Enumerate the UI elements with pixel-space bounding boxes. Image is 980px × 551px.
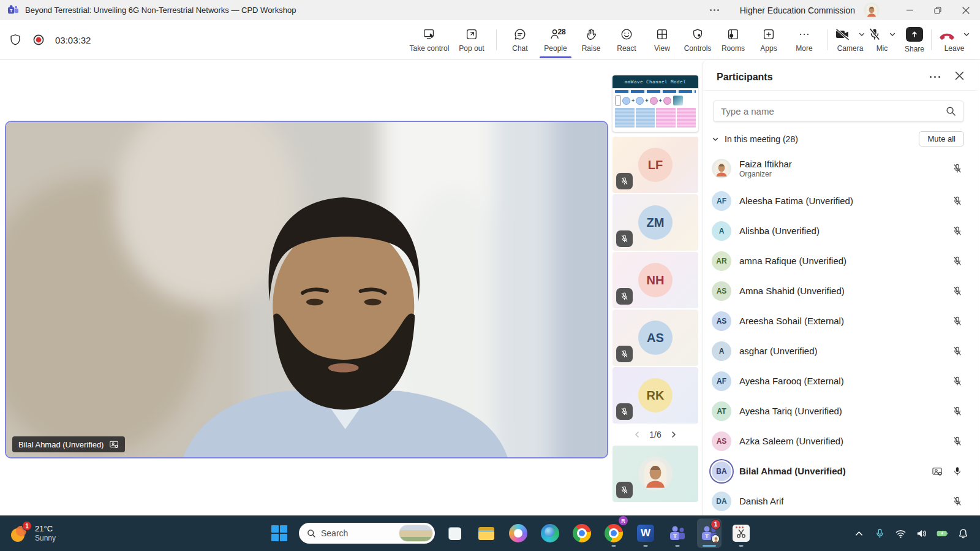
search-input[interactable] <box>721 106 946 116</box>
start-button[interactable] <box>267 519 292 548</box>
sharing-indicator-icon[interactable] <box>932 466 943 477</box>
section-collapse-chevron-icon[interactable] <box>712 135 719 143</box>
participant-row[interactable]: AS Areesha Sohail (External) <box>703 306 978 336</box>
video-tile[interactable]: NH <box>612 252 698 308</box>
volume-icon[interactable] <box>916 528 927 539</box>
teams-button[interactable]: T <box>665 519 690 548</box>
mic-on-icon[interactable] <box>952 466 963 477</box>
mic-off-icon[interactable] <box>952 406 963 417</box>
video-tile[interactable]: AS <box>612 310 698 366</box>
active-running-indicator <box>703 545 716 547</box>
copilot-button[interactable] <box>506 519 530 548</box>
mic-button[interactable]: Mic <box>867 20 897 59</box>
participant-row[interactable]: AF Aleesha Fatima (Unverified) <box>703 186 978 216</box>
avatar: LF <box>638 148 673 182</box>
chrome-button[interactable] <box>570 519 594 548</box>
mute-all-button[interactable]: Mute all <box>919 131 964 146</box>
participant-row[interactable]: AT Ayesha Tariq (Unverified) <box>703 396 978 426</box>
leave-options-chevron-icon[interactable] <box>963 31 970 38</box>
shared-content-thumbnail[interactable]: mmWave Channel Model + + + <box>612 75 698 132</box>
pop-out-button[interactable]: Pop out <box>453 20 491 59</box>
mic-off-icon[interactable] <box>952 163 963 174</box>
rooms-button[interactable]: Rooms <box>715 20 751 59</box>
react-button[interactable]: React <box>609 20 644 59</box>
mic-off-icon[interactable] <box>952 436 963 447</box>
participant-list: Faiza Iftikhar Organizer AF Aleesha Fati… <box>703 149 978 515</box>
people-button[interactable]: 28 People <box>538 20 573 59</box>
security-shield-icon[interactable] <box>9 33 22 47</box>
apps-button[interactable]: Apps <box>751 20 786 59</box>
mic-options-chevron-icon[interactable] <box>889 31 896 38</box>
mic-off-icon[interactable] <box>952 196 963 207</box>
leave-button[interactable]: Leave <box>937 20 971 59</box>
avatar: AS <box>638 321 673 355</box>
next-page-icon[interactable] <box>670 431 677 438</box>
minimize-button[interactable] <box>895 0 924 20</box>
mic-off-icon[interactable] <box>952 226 963 237</box>
mic-off-icon[interactable] <box>952 376 963 387</box>
leave-call-icon <box>938 28 956 41</box>
participant-search[interactable] <box>713 101 964 122</box>
word-button[interactable]: W <box>633 519 658 548</box>
battery-charging-icon[interactable] <box>937 528 948 539</box>
controls-button[interactable]: Controls <box>680 20 715 59</box>
recording-indicator-icon[interactable] <box>32 34 45 46</box>
panel-more-icon[interactable] <box>927 74 943 81</box>
take-control-button[interactable]: Take control <box>406 20 453 59</box>
file-explorer-button[interactable] <box>474 519 499 548</box>
participant-row-speaking[interactable]: BA Bilal Ahmad (Unverified) <box>703 456 978 486</box>
view-button[interactable]: View <box>644 20 680 59</box>
participant-row[interactable]: A asghar (Unverified) <box>703 336 978 366</box>
page-indicator: 1/6 <box>649 430 661 439</box>
account-name: Higher Education Commission <box>740 6 855 15</box>
taskbar-search[interactable] <box>299 523 435 544</box>
slide-title: mmWave Channel Model <box>612 75 698 88</box>
titlebar-more-icon[interactable] <box>710 9 719 11</box>
camera-options-chevron-icon[interactable] <box>858 31 865 38</box>
participant-row[interactable]: AF Ayesha Farooq (External) <box>703 366 978 396</box>
share-button[interactable]: Share <box>903 20 925 59</box>
camera-button[interactable]: Camera <box>834 20 867 59</box>
mic-off-icon[interactable] <box>952 256 963 267</box>
participant-row[interactable]: AS Amna Shahid (Unverified) <box>703 276 978 306</box>
speaker-video-tile[interactable]: Bilal Ahmad (Unverified) <box>5 121 608 458</box>
edge-button[interactable] <box>538 519 562 548</box>
weather-sun-icon: 1 <box>10 523 29 543</box>
teams-meeting-button-active[interactable]: T 1 <box>697 519 722 548</box>
panel-close-icon[interactable] <box>955 71 964 83</box>
tray-overflow-chevron-icon[interactable] <box>853 528 865 539</box>
chrome-profile-button[interactable]: R <box>601 519 626 548</box>
notification-bell-icon[interactable] <box>957 528 969 539</box>
mic-off-icon[interactable] <box>952 316 963 327</box>
participant-row[interactable]: AR amna Rafique (Unverified) <box>703 246 978 276</box>
video-tile[interactable]: LF <box>612 137 698 193</box>
participant-row[interactable]: DA Danish Arif <box>703 486 978 515</box>
raise-hand-button[interactable]: Raise <box>573 20 609 59</box>
participant-row[interactable]: Faiza Iftikhar Organizer <box>703 151 978 186</box>
teams-icon: T <box>668 524 687 542</box>
chat-button[interactable]: Chat <box>502 20 538 59</box>
restore-button[interactable] <box>924 0 952 20</box>
weather-temperature: 21°C <box>35 524 56 533</box>
taskbar-search-input[interactable] <box>321 528 388 538</box>
video-tile[interactable]: RK <box>612 367 698 424</box>
mic-off-icon[interactable] <box>952 346 963 357</box>
video-tile[interactable]: ZM <box>612 194 698 251</box>
mic-off-icon[interactable] <box>952 286 963 297</box>
participant-row[interactable]: A Alishba (Unverified) <box>703 216 978 246</box>
more-button[interactable]: More <box>786 20 822 59</box>
account-avatar[interactable] <box>864 2 880 18</box>
weather-notification-badge: 1 <box>22 521 32 531</box>
snipping-tool-button[interactable] <box>729 519 753 548</box>
window-title: Beyond Terrestrial: Unveiling 6G Non-Ter… <box>25 6 296 15</box>
tray-mic-icon[interactable] <box>874 528 886 539</box>
search-highlight-image[interactable] <box>399 525 433 542</box>
task-view-button[interactable] <box>442 519 467 548</box>
weather-widget[interactable]: 1 21°C Sunny <box>6 515 59 551</box>
mic-off-icon[interactable] <box>952 496 963 507</box>
wifi-icon[interactable] <box>895 528 907 539</box>
previous-page-icon[interactable] <box>633 431 641 438</box>
participant-row[interactable]: AS Azka Saleem (Unverified) <box>703 426 978 456</box>
video-tile-photo[interactable] <box>612 446 698 502</box>
close-button[interactable] <box>952 0 980 20</box>
